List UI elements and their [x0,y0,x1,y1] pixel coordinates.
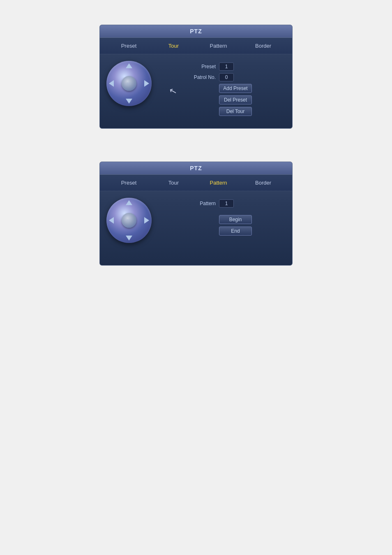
tab-tour[interactable]: Tour [151,41,196,51]
ptz-title-2: PTZ [190,165,202,171]
tab-border-2[interactable]: Border [241,178,286,187]
cursor-icon: ↖ [168,85,178,97]
pattern-row: Pattern 1 [190,199,286,208]
cursor-area-2 [161,198,185,259]
tab-pattern-2[interactable]: Pattern [196,178,241,187]
patrol-row: Patrol No. 0 [190,73,286,81]
add-preset-button[interactable]: Add Preset [219,84,252,93]
dpad-center-button[interactable]: SIT [122,76,136,91]
ptz-panel-tour: PTZ Preset Tour Pattern Border SIT ↖ [99,25,293,129]
end-row: End [190,227,286,236]
del-preset-button[interactable]: Del Preset [219,95,252,104]
begin-button[interactable]: Begin [219,215,252,224]
preset-row: Preset 1 [190,62,286,71]
dpad-left-arrow-2[interactable] [109,217,114,224]
dpad-down-arrow[interactable] [126,99,132,104]
dpad-right-arrow-2[interactable] [144,217,149,224]
dpad-center-button-2[interactable]: SIT [122,213,136,228]
dpad-left-arrow[interactable] [109,80,114,87]
tab-border[interactable]: Border [241,41,286,51]
tour-controls: Preset 1 Patrol No. 0 Add Preset Del Pre… [190,61,286,122]
ptz-body: SIT ↖ Preset 1 Patrol No. 0 [100,54,292,128]
dpad-container: SIT [106,61,156,110]
ptz-tabs: Preset Tour Pattern Border [100,38,292,54]
dpad-down-arrow-2[interactable] [126,236,132,240]
del-preset-row: Del Preset [190,95,286,104]
dpad-circle[interactable]: SIT [106,61,152,106]
ptz-body-2: SIT Pattern 1 Begin End [100,191,292,265]
ptz-title-bar: PTZ [100,25,292,38]
add-preset-row: Add Preset [190,84,286,93]
end-button[interactable]: End [219,227,252,236]
dpad-up-arrow-2[interactable] [126,200,132,205]
patrol-input[interactable]: 0 [219,73,234,81]
tab-pattern[interactable]: Pattern [196,41,241,51]
tab-preset[interactable]: Preset [106,41,151,51]
tab-tour-2[interactable]: Tour [151,178,196,187]
dpad-up-arrow[interactable] [126,63,132,68]
pattern-controls: Pattern 1 Begin End [190,198,286,259]
pattern-label: Pattern [190,201,216,206]
ptz-title-bar-2: PTZ [100,162,292,175]
ptz-panel-pattern: PTZ Preset Tour Pattern Border SIT Patte… [99,162,293,266]
dpad-right-arrow[interactable] [144,80,149,87]
ptz-tabs-2: Preset Tour Pattern Border [100,175,292,191]
dpad-container-2: SIT [106,198,156,247]
patrol-label: Patrol No. [190,74,216,80]
cursor-area: ↖ [161,61,185,122]
del-tour-button[interactable]: Del Tour [219,107,252,116]
preset-input[interactable]: 1 [219,62,234,71]
preset-label: Preset [190,64,216,69]
del-tour-row: Del Tour [190,107,286,116]
ptz-title: PTZ [190,28,202,35]
pattern-input[interactable]: 1 [219,199,234,208]
tab-preset-2[interactable]: Preset [106,178,151,187]
begin-row: Begin [190,215,286,224]
dpad-circle-2[interactable]: SIT [106,198,152,243]
